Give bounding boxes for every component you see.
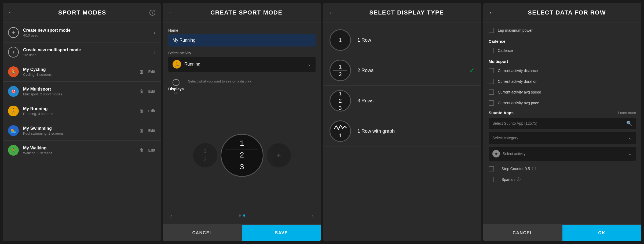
delete-running-icon[interactable]: 🗑	[139, 108, 144, 114]
current-avg-pace-checkbox[interactable]	[489, 100, 494, 106]
search-icon[interactable]: 🔍	[626, 120, 632, 126]
screen2-title: CREATE SPORT MODE	[177, 9, 316, 16]
step-counter-info-icon[interactable]: ⓘ	[532, 166, 536, 171]
step-counter-label: Step Counter 0.5	[502, 167, 530, 171]
edit-running-button[interactable]: Edit	[148, 109, 155, 113]
displays-section: Displays 2/8 Select what you want to see…	[168, 76, 316, 97]
create-sport-mode-subtitle: 4/10 used	[23, 33, 154, 37]
cycling-subtitle: Cycling, 1 screens	[23, 73, 139, 77]
activity-chevron-icon: ⌄	[307, 61, 311, 67]
cadence-section-header: Cadence	[483, 36, 641, 45]
create-multisport-mode-item[interactable]: + Create new multisport mode 1/2 used ›	[3, 42, 161, 62]
lap-max-power-checkbox[interactable]	[489, 28, 494, 33]
delete-cycling-icon[interactable]: 🗑	[139, 69, 144, 75]
name-field-group: Name	[168, 28, 316, 46]
edit-multisport-button[interactable]: Edit	[148, 89, 155, 94]
watch-add-button[interactable]: +	[267, 143, 291, 167]
display-type-1row-graph-label: 1 Row with graph	[357, 128, 475, 134]
create-sport-mode-item[interactable]: + Create new sport mode 4/10 used ›	[3, 23, 161, 42]
edit-walking-button[interactable]: Edit	[148, 148, 155, 152]
swimming-item[interactable]: 🏊 My Swimming Pool swimming, 2 screens 🗑…	[3, 121, 161, 141]
screens-container: ← SPORT MODES i + Create new sport mode …	[0, 0, 644, 244]
edit-arrows-row: ‹ ›	[168, 213, 316, 219]
current-duration-checkbox[interactable]	[489, 79, 494, 84]
cadence-checkbox[interactable]	[489, 48, 494, 53]
watch-divider-1	[225, 149, 258, 149]
running-text: My Running Running, 3 screens	[23, 106, 139, 116]
spartan-checkbox[interactable]	[489, 177, 494, 182]
info-icon[interactable]: i	[149, 10, 155, 16]
walking-item[interactable]: 🚶 My Walking Walking, 2 screens 🗑 Edit	[3, 141, 161, 160]
svg-point-2	[173, 79, 179, 86]
current-avg-speed-checkbox[interactable]	[489, 89, 494, 95]
spartan-item[interactable]: Spartan ⓘ	[483, 174, 641, 185]
screen2-cancel-button[interactable]: CANCEL	[163, 225, 242, 241]
back-arrow-icon[interactable]: ←	[8, 9, 14, 16]
screen4-title: SELECT DATA FOR ROW	[498, 9, 636, 16]
display-type-1row-graph[interactable]: 1 1 Row with graph	[323, 116, 481, 146]
create-sport-mode-title: Create new sport mode	[23, 28, 154, 33]
suunto-app-search-box[interactable]: Select Suunto App (12575) 🔍	[489, 118, 636, 129]
suunto-app-search-input[interactable]: Select Suunto App (12575)	[492, 121, 626, 125]
lap-max-power-item[interactable]: Lap maximum power	[483, 25, 641, 36]
current-avg-speed-item[interactable]: Current activity avg speed	[483, 87, 641, 98]
display-type-2rows[interactable]: 1 2 2 Rows ✓	[323, 55, 481, 86]
multisport-text: My Multisport Multisport, 2 sport modes	[23, 87, 139, 96]
running-item[interactable]: 🏃 My Running Running, 3 screens 🗑 Edit	[3, 101, 161, 121]
edit-arrow-right-icon[interactable]: ›	[312, 213, 313, 219]
swimming-title: My Swimming	[23, 126, 139, 131]
display-types-list: 1 1 Row 1 2 2 Rows ✓ 1 2	[323, 23, 481, 241]
dot-2	[243, 214, 245, 217]
screen2-save-button[interactable]: SAVE	[242, 225, 321, 241]
screen4-ok-button[interactable]: OK	[562, 225, 642, 241]
activity-dropdown[interactable]: 🏃 Running ⌄	[168, 57, 316, 72]
step-counter-item[interactable]: Step Counter 0.5 ⓘ	[483, 163, 641, 174]
multisport-icon: 🎯	[8, 86, 19, 97]
cycling-item[interactable]: 🚴 My Cycling Cycling, 1 screens 🗑 Edit	[3, 62, 161, 82]
current-distance-item[interactable]: Current activity distance	[483, 65, 641, 76]
create-sport-mode-text: Create new sport mode 4/10 used	[23, 28, 154, 37]
walking-icon: 🚶	[8, 145, 19, 156]
back-arrow-icon-2[interactable]: ←	[168, 9, 174, 16]
screen-select-data-row: ← SELECT DATA FOR ROW Lap maximum power …	[483, 3, 641, 241]
create-sport-mode-content: Name Select activity 🏃 Running ⌄	[163, 23, 321, 224]
swimming-icon: 🏊	[8, 125, 19, 136]
current-avg-pace-label: Current activity avg pace	[498, 101, 539, 105]
back-arrow-icon-4[interactable]: ←	[489, 9, 495, 16]
cycling-icon: 🚴	[8, 66, 19, 77]
delete-multisport-icon[interactable]: 🗑	[139, 89, 144, 94]
watch-divider-2	[225, 161, 258, 161]
select-category-dropdown[interactable]: Select category ⌄	[489, 132, 636, 144]
current-distance-checkbox[interactable]	[489, 68, 494, 73]
edit-cycling-button[interactable]: Edit	[148, 70, 155, 74]
spartan-info-icon[interactable]: ⓘ	[517, 177, 521, 182]
lap-max-power-label: Lap maximum power	[498, 28, 533, 33]
suunto-apps-header: Suunto Apps Learn more	[489, 110, 636, 115]
select-activity-dropdown[interactable]: ★ Select activity ⌄	[489, 147, 636, 161]
display-type-1row-label: 1 Row	[357, 37, 475, 43]
activity-field-group: Select activity 🏃 Running ⌄	[168, 51, 316, 72]
edit-arrow-left-icon[interactable]: ‹	[170, 213, 172, 219]
screen3-header: ← SELECT DISPLAY TYPE	[323, 3, 481, 23]
learn-more-link[interactable]: Learn more	[618, 111, 636, 115]
delete-swimming-icon[interactable]: 🗑	[139, 128, 144, 134]
walking-subtitle: Walking, 2 screens	[23, 151, 139, 155]
name-input[interactable]	[168, 34, 316, 46]
watch-main: 1 2 3	[221, 134, 264, 177]
current-avg-speed-label: Current activity avg speed	[498, 90, 541, 94]
select-data-list: Lap maximum power Cadence Cadence Multis…	[483, 23, 641, 224]
current-duration-item[interactable]: Current activity duration	[483, 76, 641, 87]
current-avg-pace-item[interactable]: Current activity avg pace	[483, 98, 641, 108]
back-arrow-icon-3[interactable]: ←	[328, 9, 334, 16]
screen4-cancel-button[interactable]: CANCEL	[483, 225, 562, 241]
delete-walking-icon[interactable]: 🗑	[139, 148, 144, 153]
watch-screen-left[interactable]: 1 2	[193, 143, 217, 167]
display-type-1row[interactable]: 1 1 Row	[323, 25, 481, 55]
step-counter-checkbox[interactable]	[489, 166, 494, 171]
cadence-item[interactable]: Cadence	[483, 45, 641, 56]
display-type-3rows[interactable]: 1 2 3 3 Rows	[323, 86, 481, 116]
cycling-title: My Cycling	[23, 67, 139, 72]
multisport-title: My Multisport	[23, 87, 139, 92]
edit-swimming-button[interactable]: Edit	[148, 128, 155, 133]
multisport-item[interactable]: 🎯 My Multisport Multisport, 2 sport mode…	[3, 82, 161, 101]
